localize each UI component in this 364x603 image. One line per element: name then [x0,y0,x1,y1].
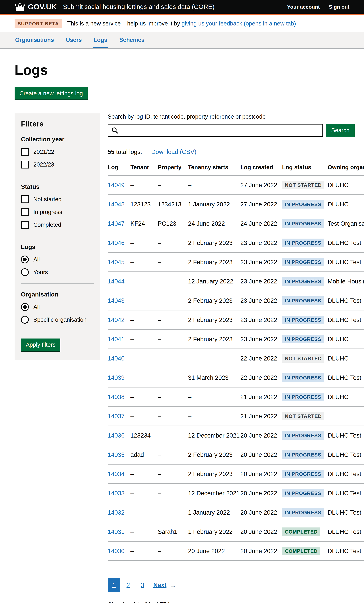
organisation-option-specific-organisation[interactable]: Specific organisation [21,316,94,324]
log-link-14039[interactable]: 14039 [108,374,125,381]
log-link-14040[interactable]: 14040 [108,355,125,362]
cell-log: 14045 [108,253,130,272]
apply-filters-button[interactable]: Apply filters [21,338,60,351]
cell-tenancy-starts: – [188,406,240,426]
table-row-log-14030: 14030––20 June 202220 June 2022COMPLETED… [108,541,364,561]
nav-item-organisations[interactable]: Organisations [14,32,55,48]
cell-tenancy-starts: 2 February 2023 [188,233,240,253]
logs-option-yours[interactable]: Yours [21,268,94,276]
checkbox-in-progress[interactable] [21,208,29,216]
collection-year-option-2022-23[interactable]: 2022/23 [21,161,94,169]
log-link-14031[interactable]: 14031 [108,528,125,535]
nav-item-logs[interactable]: Logs [93,32,108,48]
status-badge-in-progress: IN PROGRESS [282,431,324,440]
checkbox-completed[interactable] [21,221,29,229]
status-badge-in-progress: IN PROGRESS [282,296,324,305]
log-link-14046[interactable]: 14046 [108,240,125,246]
log-link-14037[interactable]: 14037 [108,413,125,419]
nav-item-users[interactable]: Users [65,32,82,48]
cell-log: 14041 [108,330,130,349]
showing-of: of [151,601,160,603]
cell-tenancy-starts: 1 February 2022 [188,522,240,541]
cell-log-status: IN PROGRESS [282,368,328,387]
status-option-completed[interactable]: Completed [21,221,94,229]
log-link-14032[interactable]: 14032 [108,509,125,516]
phase-banner-text: This is a new service – help us improve … [67,20,296,27]
option-label: All [33,256,40,263]
radio-yours[interactable] [21,268,29,276]
log-link-14043[interactable]: 14043 [108,297,125,304]
cell-log-status: NOT STARTED [282,406,328,426]
table-row-log-14044: 14044––12 January 202223 June 2022IN PRO… [108,272,364,291]
cell-log-created: 23 June 2022 [240,310,282,330]
cell-log-created: 22 June 2022 [240,368,282,387]
service-name[interactable]: Submit social housing lettings and sales… [63,3,214,11]
pagination-page-2[interactable]: 2 [122,578,134,592]
status-badge-not-started: NOT STARTED [282,412,324,420]
table-row-log-14037: 14037–––21 June 2022NOT STARTED [108,406,364,426]
log-link-14036[interactable]: 14036 [108,432,125,439]
log-link-14033[interactable]: 14033 [108,490,125,497]
search-button[interactable]: Search [326,124,355,137]
table-row-log-14039: 14039––31 March 202322 June 2022IN PROGR… [108,368,364,387]
showing-total: 55 [160,601,166,603]
log-link-14047[interactable]: 14047 [108,220,125,227]
option-label: In progress [33,209,62,215]
cell-tenancy-starts: – [188,349,240,368]
log-link-14042[interactable]: 14042 [108,316,125,323]
search-input[interactable] [108,124,323,137]
log-link-14044[interactable]: 14044 [108,278,125,285]
table-row-log-14038: 14038–––21 June 2022IN PROGRESSDLUHC [108,387,364,406]
option-label: Yours [33,269,48,276]
feedback-link[interactable]: giving us your feedback (opens in a new … [182,20,296,27]
your-account-link[interactable]: Your account [287,4,320,10]
pagination-next-link[interactable]: Next [153,582,166,589]
status-badge-in-progress: IN PROGRESS [282,277,324,286]
status-option-in-progress[interactable]: In progress [21,208,94,216]
radio-all-selected[interactable] [21,303,29,311]
pagination-page-3[interactable]: 3 [136,578,149,592]
cell-tenancy-starts: 2 February 2023 [188,253,240,272]
log-link-14041[interactable]: 14041 [108,336,125,342]
cell-property: – [158,330,188,349]
cell-property: – [158,445,188,464]
log-link-14048[interactable]: 14048 [108,201,125,208]
log-link-14049[interactable]: 14049 [108,182,125,188]
cell-tenant: 123234 [130,426,158,445]
checkbox-2021-22[interactable] [21,148,29,156]
cell-tenant: – [130,368,158,387]
checkbox-not-started[interactable] [21,195,29,203]
cell-log-status: IN PROGRESS [282,233,328,253]
log-link-14045[interactable]: 14045 [108,259,125,266]
status-option-not-started[interactable]: Not started [21,195,94,203]
cell-property: – [158,368,188,387]
cell-tenancy-starts: 12 December 2021 [188,484,240,503]
log-link-14030[interactable]: 14030 [108,548,125,554]
govuk-logo-text[interactable]: GOV.UK [28,3,57,11]
status-badge-in-progress: IN PROGRESS [282,489,324,498]
sign-out-link[interactable]: Sign out [329,4,350,10]
cell-tenancy-starts: – [188,175,240,195]
table-row-log-14040: 14040–––22 June 2022NOT STARTEDDLUHC [108,349,364,368]
organisation-option-all[interactable]: All [21,303,94,311]
search-box [108,124,323,137]
status-badge-in-progress: IN PROGRESS [282,200,324,209]
pagination-page-1-current[interactable]: 1 [108,578,120,592]
column-header-log: Log [108,164,130,175]
cell-tenancy-starts: – [188,387,240,406]
checkbox-2022-23[interactable] [21,161,29,169]
nav-item-schemes[interactable]: Schemes [119,32,145,48]
radio-specific-organisation[interactable] [21,316,29,324]
log-link-14038[interactable]: 14038 [108,394,125,400]
cell-owning-organisation: DLUHC [328,195,364,214]
log-link-14034[interactable]: 14034 [108,471,125,477]
collection-year-option-2021-22[interactable]: 2021/22 [21,148,94,156]
create-lettings-log-button[interactable]: Create a new lettings log [14,87,88,100]
radio-all-selected[interactable] [21,255,29,263]
logs-option-all[interactable]: All [21,255,94,263]
cell-log-created: 23 June 2022 [240,253,282,272]
crown-icon [14,3,25,11]
log-link-14035[interactable]: 14035 [108,451,125,458]
download-csv-link[interactable]: Download (CSV) [151,149,196,155]
cell-log: 14042 [108,310,130,330]
